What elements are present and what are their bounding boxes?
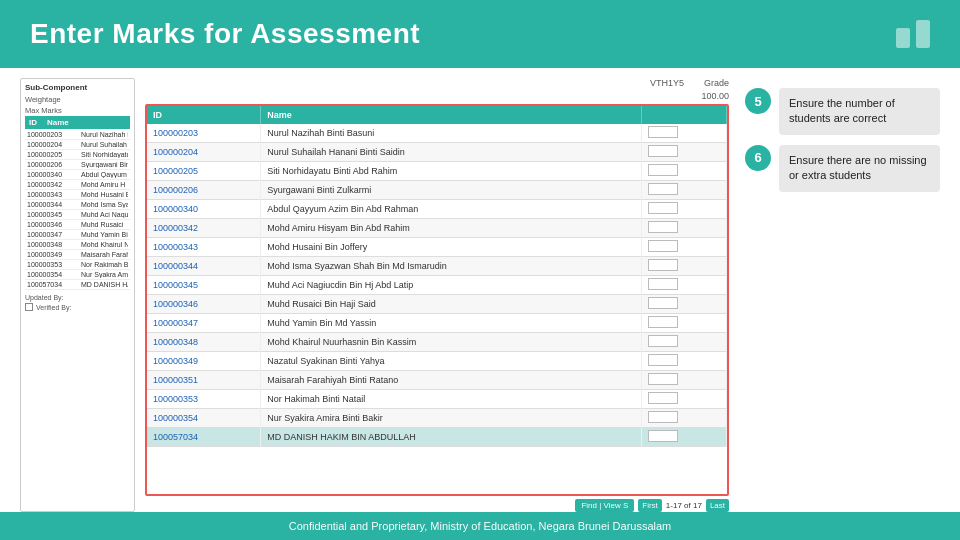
marks-input[interactable] — [648, 202, 678, 214]
row-id: 100000345 — [147, 276, 261, 295]
small-list-row[interactable]: 100000343Mohd Husaini B — [25, 190, 130, 200]
small-list-row[interactable]: 100000205Siti Norhidayatu — [25, 150, 130, 160]
small-row-name: Muhd Rusaici — [81, 221, 128, 228]
small-list-row[interactable]: 100000353Nor Rakimah B — [25, 260, 130, 270]
row-id: 100000349 — [147, 352, 261, 371]
marks-input[interactable] — [648, 373, 678, 385]
row-marks[interactable] — [641, 295, 726, 314]
small-row-name: Nurul Nazihah B — [81, 131, 128, 138]
table-row[interactable]: 100000204 Nurul Suhailah Hanani Binti Sa… — [147, 143, 727, 162]
row-id: 100000340 — [147, 200, 261, 219]
marks-input[interactable] — [648, 297, 678, 309]
grade-label: Grade — [704, 78, 729, 88]
row-marks[interactable] — [641, 219, 726, 238]
row-marks[interactable] — [641, 390, 726, 409]
top-info-row: VTH1Y5 Grade — [145, 78, 729, 88]
small-list-row[interactable]: 100057034MD DANISH HA — [25, 280, 130, 290]
row-marks[interactable] — [641, 314, 726, 333]
row-id: 100000344 — [147, 257, 261, 276]
small-row-id: 100000354 — [27, 271, 77, 278]
marks-input[interactable] — [648, 145, 678, 157]
row-marks[interactable] — [641, 257, 726, 276]
small-list-row[interactable]: 100000349Maisarah Farah — [25, 250, 130, 260]
table-row[interactable]: 100000351 Maisarah Farahiyah Binti Ratan… — [147, 371, 727, 390]
small-list-row[interactable]: 100000344Mohd Isma Sya — [25, 200, 130, 210]
table-row[interactable]: 100000344 Mohd Isma Syazwan Shah Bin Md … — [147, 257, 727, 276]
small-row-name: Mohd Husaini B — [81, 191, 128, 198]
small-list-row[interactable]: 100000204Nurul Suhailah — [25, 140, 130, 150]
row-marks[interactable] — [641, 238, 726, 257]
first-page-button[interactable]: First — [638, 499, 662, 512]
table-row[interactable]: 100000340 Abdul Qayyum Azim Bin Abd Rahm… — [147, 200, 727, 219]
table-row[interactable]: 100000205 Siti Norhidayatu Binti Abd Rah… — [147, 162, 727, 181]
vth1y5-label: VTH1Y5 — [650, 78, 684, 88]
table-row[interactable]: 100000345 Muhd Aci Nagiucdin Bin Hj Abd … — [147, 276, 727, 295]
row-marks[interactable] — [641, 200, 726, 219]
table-row[interactable]: 100000354 Nur Syakira Amira Binti Bakir — [147, 409, 727, 428]
table-row[interactable]: 100000349 Nazatul Syakinan Binti Yahya — [147, 352, 727, 371]
row-marks[interactable] — [641, 352, 726, 371]
small-row-name: Mohd Khairul N — [81, 241, 128, 248]
row-marks[interactable] — [641, 124, 726, 143]
marks-input[interactable] — [648, 335, 678, 347]
small-list-row[interactable]: 100000346Muhd Rusaici — [25, 220, 130, 230]
marks-input[interactable] — [648, 392, 678, 404]
small-list-row[interactable]: 100000203Nurul Nazihah B — [25, 130, 130, 140]
row-marks[interactable] — [641, 333, 726, 352]
row-marks[interactable] — [641, 276, 726, 295]
main-content: Sub-Component Weightage Max Marks ID Nam… — [0, 68, 960, 512]
row-marks[interactable] — [641, 181, 726, 200]
row-id: 100000203 — [147, 124, 261, 143]
small-list-row[interactable]: 100000340Abdul Qayyum B — [25, 170, 130, 180]
small-row-id: 100000344 — [27, 201, 77, 208]
annotation-5: 5 Ensure the number of students are corr… — [745, 88, 940, 135]
marks-input[interactable] — [648, 259, 678, 271]
marks-input[interactable] — [648, 221, 678, 233]
row-name: Mohd Husaini Bin Joffery — [261, 238, 642, 257]
row-name: Nazatul Syakinan Binti Yahya — [261, 352, 642, 371]
small-list-row[interactable]: 100000348Mohd Khairul N — [25, 240, 130, 250]
marks-input[interactable] — [648, 430, 678, 442]
table-row[interactable]: 100000203 Nurul Nazihah Binti Basuni — [147, 124, 727, 143]
marks-input[interactable] — [648, 240, 678, 252]
marks-input[interactable] — [648, 183, 678, 195]
table-row[interactable]: 100000206 Syurgawani Binti Zulkarmi — [147, 181, 727, 200]
data-table: ID Name 100000203 Nurul Nazihah Binti Ba… — [145, 104, 729, 496]
verified-by-label: Verified By: — [36, 304, 71, 311]
marks-input[interactable] — [648, 164, 678, 176]
marks-input[interactable] — [648, 316, 678, 328]
row-marks[interactable] — [641, 162, 726, 181]
table-row[interactable]: 100057034 MD DANISH HAKIM BIN ABDULLAH — [147, 428, 727, 447]
small-row-name: Nurul Suhailah — [81, 141, 128, 148]
table-row[interactable]: 100000343 Mohd Husaini Bin Joffery — [147, 238, 727, 257]
last-page-button[interactable]: Last — [706, 499, 729, 512]
small-list-row[interactable]: 100000345Muhd Aci Naqu — [25, 210, 130, 220]
row-name: Nur Syakira Amira Binti Bakir — [261, 409, 642, 428]
table-row[interactable]: 100000353 Nor Hakimah Binti Natail — [147, 390, 727, 409]
table-row[interactable]: 100000348 Mohd Khairul Nuurhasnin Bin Ka… — [147, 333, 727, 352]
table-row[interactable]: 100000342 Mohd Amiru Hisyam Bin Abd Rahi… — [147, 219, 727, 238]
row-marks[interactable] — [641, 143, 726, 162]
marks-input[interactable] — [648, 411, 678, 423]
table-header-row: ID Name — [147, 106, 727, 124]
verified-checkbox[interactable] — [25, 303, 33, 311]
small-list-row[interactable]: 100000206Syurgawani Bint — [25, 160, 130, 170]
row-marks[interactable] — [641, 409, 726, 428]
grade-info: VTH1Y5 Grade — [650, 78, 729, 88]
small-list-row[interactable]: 100000347Muhd Yamin Bi — [25, 230, 130, 240]
row-marks[interactable] — [641, 428, 726, 447]
row-marks[interactable] — [641, 371, 726, 390]
annotation-text-6: Ensure there are no missing or extra stu… — [779, 145, 940, 192]
table-row[interactable]: 100000346 Muhd Rusaici Bin Haji Said — [147, 295, 727, 314]
small-list-row[interactable]: 100000342Mohd Amiru H — [25, 180, 130, 190]
table-row[interactable]: 100000347 Muhd Yamin Bin Md Yassin — [147, 314, 727, 333]
marks-input[interactable] — [648, 126, 678, 138]
maxmarks-row: Max Marks — [25, 105, 130, 116]
small-list-row[interactable]: 100000354Nur Syakra Am — [25, 270, 130, 280]
marks-input[interactable] — [648, 278, 678, 290]
footer: Confidential and Proprietary, Ministry o… — [0, 512, 960, 540]
find-view-button[interactable]: Find | View S — [575, 499, 634, 512]
small-row-name: Mohd Isma Sya — [81, 201, 128, 208]
marks-input[interactable] — [648, 354, 678, 366]
small-row-id: 100000342 — [27, 181, 77, 188]
